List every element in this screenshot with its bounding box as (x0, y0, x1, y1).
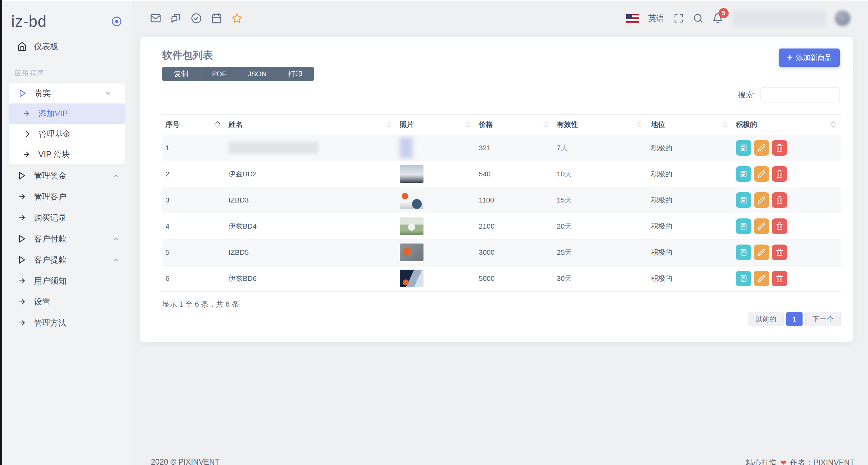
product-photo (400, 191, 423, 209)
cell-serial: 6 (162, 266, 225, 292)
sidebar-item-label: 购买记录 (34, 212, 66, 223)
check-circle-icon[interactable] (191, 13, 202, 24)
cell-photo (396, 213, 475, 239)
table-row: 5 IZBD5 3000 25天 积极的 (162, 239, 841, 266)
package-table: 序号 姓名 照片 价格 有效性 地位 积极的 (162, 114, 841, 292)
search-input[interactable] (761, 88, 840, 102)
print-button[interactable]: 打印 (276, 67, 314, 81)
fullscreen-icon[interactable] (674, 13, 684, 23)
sort-carets-icon (722, 121, 728, 128)
pencil-icon (757, 248, 766, 256)
sidebar-item-label: 客户付款 (34, 233, 66, 244)
cell-actions (732, 239, 841, 266)
add-new-product-button[interactable]: + 添加新商品 (779, 49, 840, 67)
view-details-button[interactable] (736, 271, 751, 286)
product-photo (400, 137, 413, 158)
cell-photo (396, 239, 475, 266)
pencil-icon (757, 170, 766, 178)
cell-actions (732, 266, 841, 292)
chevron-down-icon (104, 90, 112, 97)
footer-credit: 精心打造 ❤ 作者：PIXINVENT (746, 458, 854, 465)
sidebar-item-vip[interactable]: 贵宾 (9, 83, 125, 103)
previous-page-button[interactable]: 以前的 (748, 312, 784, 326)
header-validity[interactable]: 有效性 (553, 115, 648, 135)
delete-button[interactable] (772, 271, 787, 286)
cell-serial: 4 (162, 213, 225, 239)
chat-icon[interactable] (171, 13, 181, 24)
calendar-icon[interactable] (211, 13, 222, 24)
cell-status: 积极的 (648, 266, 732, 292)
header-status[interactable]: 地位 (648, 115, 732, 135)
cell-serial: 1 (162, 135, 225, 161)
notifications-button[interactable]: 5 (712, 13, 723, 24)
us-flag-icon[interactable] (626, 14, 639, 23)
chevron-up-icon (112, 235, 120, 243)
delete-button[interactable] (772, 140, 787, 156)
edit-button[interactable] (754, 218, 769, 234)
delete-button[interactable] (772, 166, 787, 182)
edit-button[interactable] (754, 271, 769, 286)
header-active[interactable]: 积极的 (732, 115, 841, 135)
view-details-button[interactable] (736, 218, 751, 234)
header-name[interactable]: 姓名 (225, 115, 396, 135)
cell-actions (732, 213, 841, 239)
next-page-button[interactable]: 下一个 (805, 312, 841, 326)
sidebar-pin-toggle[interactable] (111, 16, 122, 27)
clipboard-icon (739, 170, 748, 178)
arrow-right-icon (17, 298, 27, 306)
language-selector[interactable]: 英语 (648, 13, 665, 24)
avatar[interactable] (835, 11, 850, 26)
play-icon (17, 234, 27, 243)
edit-button[interactable] (754, 192, 769, 208)
header-serial[interactable]: 序号 (162, 115, 225, 135)
cell-name: 伊兹BD6 (225, 266, 396, 292)
sidebar-item-purchase-record[interactable]: 购买记录 (0, 207, 133, 228)
mail-icon[interactable] (150, 13, 161, 24)
copy-button[interactable]: 复制 (162, 67, 200, 81)
cell-status: 积极的 (648, 213, 732, 239)
edit-button[interactable] (754, 166, 769, 182)
sort-carets-icon (386, 121, 392, 128)
sidebar-item-manage-fund[interactable]: 管理基金 (9, 124, 125, 144)
delete-button[interactable] (772, 245, 787, 260)
star-icon[interactable] (232, 13, 242, 24)
product-photo (400, 217, 423, 235)
edit-button[interactable] (754, 245, 769, 260)
sidebar-item-manage-customer[interactable]: 管理客户 (0, 186, 133, 207)
sidebar-item-manage-bonus[interactable]: 管理奖金 (0, 165, 133, 186)
edit-button[interactable] (754, 140, 769, 156)
cell-price: 5000 (475, 266, 553, 292)
table-row: 4 伊兹BD4 2100 20天 积极的 (162, 213, 841, 239)
sort-carets-icon (543, 121, 549, 128)
sidebar-item-manage-method[interactable]: 管理方法 (0, 312, 133, 333)
sidebar-item-add-vip[interactable]: 添加VIP (9, 103, 125, 124)
sidebar-item-label: 管理奖金 (34, 170, 66, 181)
arrow-right-icon (17, 214, 27, 222)
sidebar-item-dashboard[interactable]: 仪表板 (0, 36, 133, 57)
search-icon[interactable] (693, 13, 703, 23)
play-icon (18, 89, 28, 98)
view-details-button[interactable] (736, 140, 751, 156)
view-details-button[interactable] (736, 166, 751, 182)
sort-carets-icon (831, 121, 836, 128)
view-details-button[interactable] (736, 192, 751, 208)
sidebar-item-user-notice[interactable]: 用户须知 (0, 270, 133, 291)
json-button[interactable]: JSON (238, 67, 276, 81)
sidebar-item-customer-withdrawal[interactable]: 客户提款 (0, 249, 133, 270)
sidebar-item-customer-payment[interactable]: 客户付款 (0, 228, 133, 249)
pdf-button[interactable]: PDF (200, 67, 238, 81)
view-details-button[interactable] (736, 245, 751, 260)
trash-icon (775, 170, 784, 178)
topbar-actions: 英语 5 (626, 10, 850, 26)
header-price[interactable]: 价格 (475, 115, 553, 135)
page-number-button[interactable]: 1 (786, 312, 803, 326)
cell-price: 3000 (475, 239, 553, 266)
sidebar-item-settings[interactable]: 设置 (0, 291, 133, 312)
pencil-icon (757, 274, 766, 283)
cell-actions (732, 135, 841, 161)
delete-button[interactable] (772, 218, 787, 234)
pagination: 以前的 1 下一个 (748, 312, 841, 326)
sidebar-item-vip-slider[interactable]: VIP 滑块 (9, 144, 125, 164)
delete-button[interactable] (772, 192, 787, 208)
header-photo[interactable]: 照片 (396, 115, 475, 135)
